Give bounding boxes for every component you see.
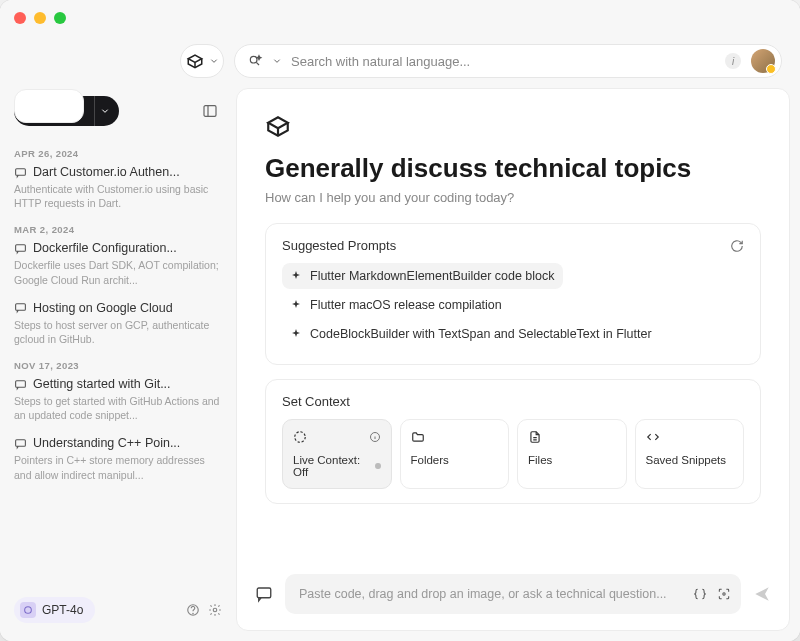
window-controls [14,12,66,24]
maximize-window-button[interactable] [54,12,66,24]
context-snippets[interactable]: Saved Snippets [635,419,745,489]
help-icon [186,603,200,617]
svg-rect-5 [16,380,26,387]
titlebar [0,0,800,36]
model-logo-icon [20,602,36,618]
svg-rect-4 [16,304,26,311]
svg-rect-6 [16,440,26,447]
new-chat-button[interactable]: New chat [14,96,119,126]
svg-rect-2 [16,168,26,175]
info-icon [369,431,381,443]
context-title: Set Context [282,394,350,409]
chat-icon [14,166,27,179]
search-bar[interactable]: i [234,44,782,78]
close-window-button[interactable] [14,12,26,24]
refresh-icon [730,239,744,253]
svg-rect-3 [16,245,26,252]
chat-item[interactable]: Dockerfile Configuration... Dockerfile u… [14,241,222,286]
svg-point-11 [295,432,306,443]
chevron-down-icon [273,57,281,65]
app-window: i New chat A [0,0,800,641]
svg-point-9 [193,613,194,614]
chat-item[interactable]: Understanding C++ Poin... Pointers in C+… [14,436,222,481]
chat-item[interactable]: Dart Customer.io Authen... Authenticate … [14,165,222,210]
send-icon [753,585,771,603]
help-button[interactable] [186,603,200,617]
box-icon [186,52,204,70]
chat-mode-button[interactable] [255,585,273,603]
scan-icon [717,587,731,601]
chat-list: APR 26, 2024 Dart Customer.io Authen... … [0,136,236,589]
new-chat-label: New chat [27,108,79,122]
composer-input[interactable] [299,587,683,601]
brand-icon [265,113,761,139]
plus-icon [47,90,59,102]
context-folders[interactable]: Folders [400,419,510,489]
topbar: i [0,36,800,88]
context-live[interactable]: Live Context: Off [282,419,392,489]
date-header: APR 26, 2024 [14,148,222,159]
chat-icon [14,437,27,450]
sparkle-icon [290,328,302,340]
composer[interactable] [285,574,741,614]
svg-point-0 [250,56,257,63]
live-icon [293,430,307,444]
new-chat-dropdown[interactable] [94,96,119,126]
main-panel: Generally discuss technical topics How c… [236,88,790,631]
suggested-title: Suggested Prompts [282,238,396,253]
chat-item[interactable]: Getting started with Git... Steps to get… [14,377,222,422]
page-title: Generally discuss technical topics [265,153,761,184]
chat-bubble-icon [255,585,273,603]
gear-icon [208,603,222,617]
set-context-card: Set Context Live Context: Off [265,379,761,504]
refresh-prompts-button[interactable] [730,239,744,253]
braces-icon [693,587,707,601]
sparkle-search-icon [247,53,263,69]
svg-rect-1 [204,106,216,117]
suggested-prompt[interactable]: Flutter macOS release compilation [282,292,744,318]
chevron-down-icon [210,57,218,65]
date-header: NOV 17, 2023 [14,360,222,371]
chat-item[interactable]: Hosting on Google Cloud Steps to host se… [14,301,222,346]
suggested-prompt[interactable]: CodeBlockBuilder with TextSpan and Selec… [282,321,744,347]
sparkle-icon [290,270,302,282]
app-body: New chat APR 26, 2024 Dart Customer.io A… [0,88,800,641]
fullscreen-button[interactable] [717,587,731,601]
svg-point-7 [25,607,32,614]
svg-point-14 [723,593,725,595]
chat-icon [14,301,27,314]
suggested-prompt[interactable]: Flutter MarkdownElementBuilder code bloc… [282,263,563,289]
panel-icon [202,103,218,119]
model-name: GPT-4o [42,603,83,617]
workspace-dropdown[interactable] [180,44,224,78]
settings-button[interactable] [208,603,222,617]
date-header: MAR 2, 2024 [14,224,222,235]
code-icon [646,430,660,444]
avatar[interactable] [751,49,775,73]
folder-icon [411,430,425,444]
svg-point-10 [213,608,217,612]
send-button[interactable] [753,585,771,603]
model-selector[interactable]: GPT-4o [14,597,95,623]
sparkle-icon [290,299,302,311]
info-icon[interactable]: i [725,53,741,69]
composer-row [237,564,789,630]
suggested-prompts-card: Suggested Prompts Flutter MarkdownElemen… [265,223,761,365]
minimize-window-button[interactable] [34,12,46,24]
sidebar: New chat APR 26, 2024 Dart Customer.io A… [0,88,236,641]
context-files[interactable]: Files [517,419,627,489]
status-dot [375,463,380,469]
chevron-down-icon [101,107,109,115]
sidebar-footer: GPT-4o [0,589,236,633]
file-icon [528,430,542,444]
chat-icon [14,242,27,255]
toggle-sidebar-button[interactable] [198,99,222,123]
search-input[interactable] [291,54,715,69]
insert-code-button[interactable] [693,587,707,601]
chat-icon [14,378,27,391]
page-subtitle: How can I help you and your coding today… [265,190,761,205]
